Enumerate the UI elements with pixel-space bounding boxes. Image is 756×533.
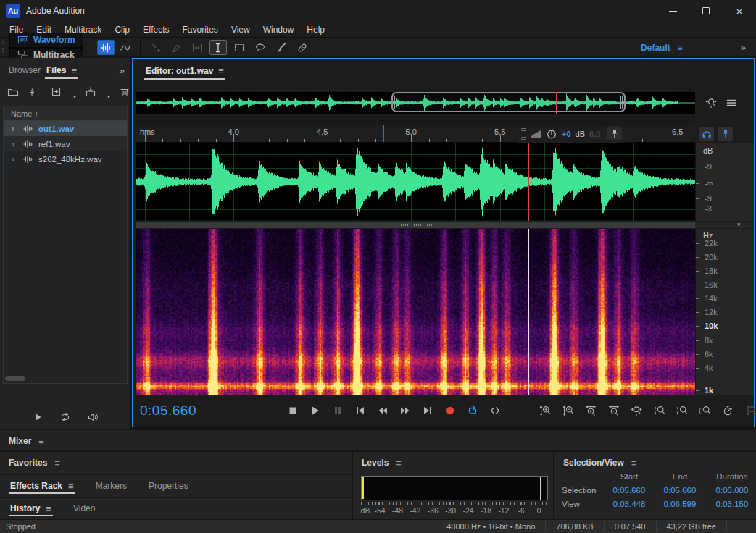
tab-history[interactable]: History≡ xyxy=(7,498,54,519)
zoom-to-in-point-button[interactable]: ⟨ xyxy=(653,404,666,417)
menu-favorites[interactable]: Favorites xyxy=(176,22,225,38)
zoom-to-selection-button[interactable]: ⟨⟩ xyxy=(699,404,712,417)
levels-panel-menu-icon[interactable]: ≡ xyxy=(396,458,402,469)
range-handle-left[interactable] xyxy=(394,96,396,109)
workspace-menu-icon[interactable]: ≡ xyxy=(678,43,683,53)
move-tool[interactable] xyxy=(146,40,164,55)
zoom-out-time-button[interactable] xyxy=(607,404,620,417)
expand-chevron-icon[interactable]: › xyxy=(4,154,22,164)
tab-video[interactable]: Video xyxy=(70,498,98,519)
fast-forward-button[interactable] xyxy=(399,404,412,417)
hud-pin-button[interactable] xyxy=(607,127,622,140)
workspace-selector[interactable]: Default xyxy=(641,43,670,53)
waveform-view-toggle[interactable] xyxy=(97,40,115,55)
maximize-button[interactable] xyxy=(689,0,723,22)
overview-waveform[interactable] xyxy=(136,92,695,114)
open-file-icon[interactable] xyxy=(7,86,19,98)
tab-properties[interactable]: Properties xyxy=(146,475,191,497)
file-row-out1.wav[interactable]: ›out1.wav xyxy=(4,121,127,136)
waveform-display[interactable] xyxy=(136,143,695,221)
zoom-to-out-point-button[interactable]: ⟩ xyxy=(676,404,689,417)
toolbar-overflow-chevron[interactable]: » xyxy=(741,42,749,53)
playhead-time-display[interactable]: 0:05.660 xyxy=(140,403,196,419)
selection-view-tab[interactable]: Selection/View xyxy=(563,458,624,468)
zoom-out-full-button[interactable] xyxy=(630,404,643,417)
history-panel-menu-icon[interactable]: ≡ xyxy=(46,503,51,514)
waveform-mode-button[interactable]: Waveform xyxy=(9,33,83,48)
spectral-frequency-display[interactable] xyxy=(136,229,695,395)
zoom-tool-button[interactable] xyxy=(744,404,756,417)
menu-effects[interactable]: Effects xyxy=(136,22,175,38)
zoom-duration-button[interactable] xyxy=(721,404,734,417)
effects-rack-panel-menu-icon[interactable]: ≡ xyxy=(68,481,74,492)
frequency-ruler[interactable]: Hz 22k20k18k16k14k12k10k8k6k4k1k xyxy=(695,229,754,395)
expand-chevron-icon[interactable]: › xyxy=(4,124,22,134)
zoom-in-time-button[interactable] xyxy=(584,404,597,417)
razor-tool[interactable] xyxy=(167,40,185,55)
tab-effects-rack[interactable]: Effects Rack≡ xyxy=(7,475,77,497)
files-panel-menu-icon[interactable]: ≡ xyxy=(71,65,77,76)
zoom-scrollbar-track[interactable] xyxy=(136,115,695,125)
auto-play-button[interactable] xyxy=(87,411,99,423)
mixer-panel-menu-icon[interactable]: ≡ xyxy=(38,436,44,447)
skip-selection-button[interactable] xyxy=(489,404,502,417)
loop-playback-button[interactable] xyxy=(466,404,479,417)
levels-tab[interactable]: Levels xyxy=(362,458,389,468)
waveform-spectral-splitter[interactable] xyxy=(136,222,695,228)
hud-gain-value[interactable]: +0 xyxy=(562,130,571,138)
tab-markers[interactable]: Markers xyxy=(93,475,130,497)
tab-browser[interactable]: Browser xyxy=(6,58,43,83)
new-media-icon[interactable] xyxy=(51,86,62,98)
amplitude-ruler[interactable]: dB -9-∞-9-3 xyxy=(695,143,754,221)
menu-help[interactable]: Help xyxy=(300,22,331,38)
move-playhead-to-next-button[interactable] xyxy=(421,404,434,417)
timeline-ruler[interactable]: hms +0 dB 6,0 4,04,55,05,56,5 xyxy=(136,125,695,143)
record-button[interactable] xyxy=(444,404,457,417)
files-column-header[interactable]: Name ↑ xyxy=(4,106,127,121)
volume-meter-icon[interactable] xyxy=(530,128,541,140)
trash-icon[interactable] xyxy=(119,86,130,98)
move-playhead-to-previous-button[interactable] xyxy=(354,404,367,417)
gain-knob-icon[interactable] xyxy=(546,128,557,140)
menu-clip[interactable]: Clip xyxy=(108,22,136,38)
minimize-button[interactable] xyxy=(656,0,689,22)
selection-view-panel-menu-icon[interactable]: ≡ xyxy=(631,458,637,469)
stop-button[interactable] xyxy=(286,404,299,417)
hud-drag-handle[interactable] xyxy=(521,128,526,140)
collapse-caret-icon[interactable]: ▾ xyxy=(737,221,741,228)
tab-files[interactable]: Files≡ xyxy=(43,58,80,83)
expand-chevron-icon[interactable]: › xyxy=(4,139,22,149)
file-row-ref1.wav[interactable]: ›ref1.wav xyxy=(4,136,127,151)
zoom-out-amplitude-button[interactable] xyxy=(562,404,575,417)
zoom-out-full-icon[interactable] xyxy=(705,97,717,109)
favorites-panel-menu-icon[interactable]: ≡ xyxy=(54,458,60,469)
pause-button[interactable] xyxy=(331,404,344,417)
time-selection-tool[interactable] xyxy=(209,40,227,55)
save-media-icon[interactable] xyxy=(85,86,96,98)
editor-panel-menu-icon[interactable]: ≡ xyxy=(218,65,224,76)
view-range-selector[interactable] xyxy=(391,92,626,112)
paintbrush-selection-tool[interactable] xyxy=(273,40,290,55)
import-file-icon[interactable] xyxy=(29,86,41,98)
files-horizontal-scrollbar[interactable] xyxy=(5,376,25,381)
range-handle-right[interactable] xyxy=(620,96,623,109)
editor-tab[interactable]: Editor: out1.wav ≡ xyxy=(143,59,227,83)
mixer-tab[interactable]: Mixer xyxy=(9,436,31,446)
preview-play-button[interactable] xyxy=(32,411,43,423)
play-button[interactable] xyxy=(309,404,322,417)
favorites-tab[interactable]: Favorites xyxy=(9,458,47,468)
menu-window[interactable]: Window xyxy=(257,22,301,38)
menu-view[interactable]: View xyxy=(225,22,257,38)
playhead[interactable] xyxy=(528,143,529,221)
loop-preview-button[interactable] xyxy=(59,411,71,423)
spot-healing-brush-tool[interactable] xyxy=(294,40,311,55)
lasso-selection-tool[interactable] xyxy=(252,40,269,55)
slip-tool[interactable] xyxy=(188,40,206,55)
zoom-in-amplitude-button[interactable] xyxy=(539,404,552,417)
spectral-frequency-view-toggle[interactable] xyxy=(117,40,134,55)
display-list-icon[interactable] xyxy=(726,97,737,109)
rewind-button[interactable] xyxy=(376,404,389,417)
marquee-selection-tool[interactable] xyxy=(230,40,248,55)
file-row-s262_48kHz.wav[interactable]: ›s262_48kHz.wav xyxy=(4,151,127,167)
monitor-headphones-button[interactable] xyxy=(699,127,714,141)
